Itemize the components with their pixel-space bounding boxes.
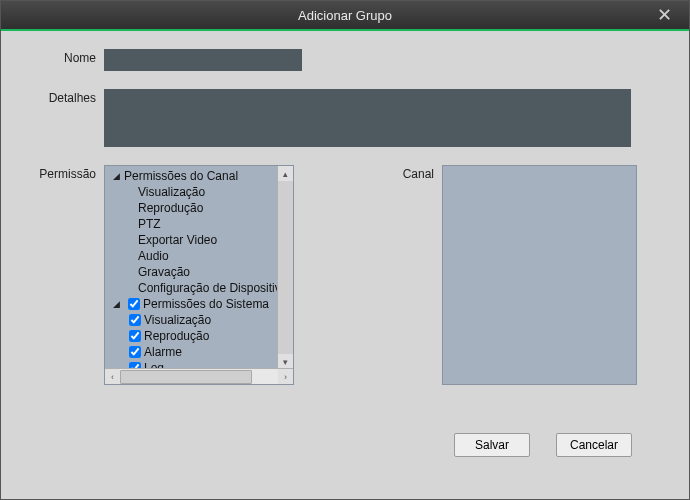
nome-input[interactable] [104, 49, 302, 71]
tree-item-gravacao[interactable]: Gravação [105, 264, 293, 280]
tree-item-visualizacao[interactable]: Visualização [105, 184, 293, 200]
detalhes-input[interactable] [104, 89, 631, 147]
tree-item-ptz[interactable]: PTZ [105, 216, 293, 232]
label-nome: Nome [1, 49, 104, 65]
tree-item-config-dispositivo[interactable]: Configuração de Dispositiv [105, 280, 293, 296]
scroll-up-arrow-icon[interactable]: ▴ [278, 166, 293, 181]
dialog-window: Adicionar Grupo ✕ Nome Detalhes Permissã… [0, 0, 690, 500]
button-row: Salvar Cancelar [454, 433, 632, 457]
canal-list[interactable] [442, 165, 637, 385]
close-icon: ✕ [657, 4, 672, 26]
tree-item-sys-visualizacao[interactable]: Visualização [105, 312, 293, 328]
tree-content: ◢ Permissões do Canal Visualização Repro… [105, 166, 293, 369]
scroll-track[interactable] [120, 369, 278, 384]
tree-group-label: Permissões do Sistema [143, 297, 269, 311]
label-detalhes: Detalhes [1, 89, 104, 105]
tree-item-sys-reproducao[interactable]: Reprodução [105, 328, 293, 344]
tree-group-sistema[interactable]: ◢ Permissões do Sistema [105, 296, 293, 312]
row-detalhes: Detalhes [1, 89, 689, 147]
tree-item-audio[interactable]: Audio [105, 248, 293, 264]
checkbox[interactable] [129, 314, 141, 326]
scroll-track[interactable] [278, 181, 293, 354]
row-permissao: Permissão ◢ Permissões do Canal Visualiz… [1, 165, 689, 385]
tree-item-reproducao[interactable]: Reprodução [105, 200, 293, 216]
scroll-left-arrow-icon[interactable]: ‹ [105, 369, 120, 384]
dialog-body: Nome Detalhes Permissão ◢ Permissões do … [1, 31, 689, 499]
checkbox-sistema[interactable] [128, 298, 140, 310]
checkbox[interactable] [129, 330, 141, 342]
label-canal: Canal [294, 165, 442, 181]
window-title: Adicionar Grupo [298, 8, 392, 23]
tree-group-label: Permissões do Canal [124, 169, 238, 183]
collapse-icon[interactable]: ◢ [111, 299, 121, 309]
tree-item-sys-alarme[interactable]: Alarme [105, 344, 293, 360]
checkbox[interactable] [129, 346, 141, 358]
horizontal-scrollbar[interactable]: ‹ › [105, 368, 293, 384]
scroll-down-arrow-icon[interactable]: ▾ [278, 354, 293, 369]
close-button[interactable]: ✕ [647, 1, 681, 29]
label-permissao: Permissão [1, 165, 104, 181]
permission-tree: ◢ Permissões do Canal Visualização Repro… [104, 165, 294, 385]
tree-group-canal[interactable]: ◢ Permissões do Canal [105, 168, 293, 184]
vertical-scrollbar[interactable]: ▴ ▾ [277, 166, 293, 369]
save-button[interactable]: Salvar [454, 433, 530, 457]
tree-item-exportar-video[interactable]: Exportar Video [105, 232, 293, 248]
scroll-thumb[interactable] [120, 370, 252, 384]
cancel-button[interactable]: Cancelar [556, 433, 632, 457]
collapse-icon[interactable]: ◢ [111, 171, 121, 181]
titlebar: Adicionar Grupo ✕ [1, 1, 689, 29]
scroll-right-arrow-icon[interactable]: › [278, 369, 293, 384]
row-nome: Nome [1, 49, 689, 71]
tree-viewport: ◢ Permissões do Canal Visualização Repro… [105, 166, 293, 369]
